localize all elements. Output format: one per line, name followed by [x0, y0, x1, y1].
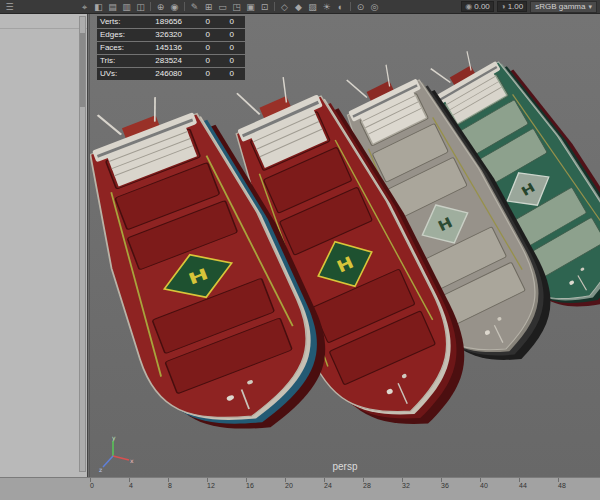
gamma-icon: ◑ — [501, 2, 506, 11]
hud-label: Edges: — [100, 30, 136, 40]
timeline-tick[interactable]: 36 — [441, 478, 480, 500]
lock-camera-icon[interactable]: ◧ — [92, 1, 105, 13]
timeline-tick[interactable]: 4 — [129, 478, 168, 500]
hud-v1: 189656 — [136, 17, 182, 27]
chevron-down-icon: ▾ — [588, 3, 592, 11]
toolbar-separator — [150, 2, 151, 11]
hud-label: UVs: — [100, 69, 136, 79]
scrollbar-thumb[interactable] — [80, 33, 85, 107]
image-plane-icon[interactable]: ◫ — [134, 1, 147, 13]
ruler-ticks: 04812162024283236404448 — [90, 478, 597, 500]
xray-icon[interactable]: ⊙ — [354, 1, 367, 13]
timeline-tick[interactable]: 28 — [363, 478, 402, 500]
hud-v2: 0 — [182, 56, 210, 66]
timeline-tick[interactable]: 12 — [207, 478, 246, 500]
bookmarks-icon[interactable]: ▥ — [120, 1, 133, 13]
ship-mast — [237, 88, 260, 119]
exposure-value: 0.00 — [474, 2, 490, 11]
hud-v2: 0 — [182, 17, 210, 27]
hud-stat-row: Edges:32632000 — [97, 29, 245, 41]
isolate-select-icon[interactable]: ◎ — [368, 1, 381, 13]
camera-attributes-icon[interactable]: ▤ — [106, 1, 119, 13]
exposure-field[interactable]: ◉ 0.00 — [461, 1, 494, 12]
timeline-tick[interactable]: 48 — [558, 478, 597, 500]
field-chart-icon[interactable]: ⊡ — [258, 1, 271, 13]
timeline-tick[interactable]: 20 — [285, 478, 324, 500]
exposure-icon: ◉ — [465, 2, 472, 11]
toolbar-separator — [184, 2, 185, 11]
select-camera-icon[interactable]: ⌖ — [78, 1, 91, 13]
hud-v2: 0 — [182, 43, 210, 53]
timeline-tick[interactable]: 40 — [480, 478, 519, 500]
maya-viewport-window: ☰⌖◧▤▥◫⊕◉✎⊞▭◳▣⊡◇◆▨☀◐⊙◎ ◉ 0.00 ◑ 1.00 sRGB… — [0, 0, 600, 500]
hud-v2: 0 — [182, 30, 210, 40]
main-area: HHHH Verts:18965600Edges:32632000Faces:1… — [0, 14, 600, 477]
hud-stat-row: Faces:14513600 — [97, 42, 245, 54]
hud-v1: 246080 — [136, 69, 182, 79]
poly-count-hud: Verts:18965600Edges:32632000Faces:145136… — [97, 16, 245, 80]
hud-v3: 0 — [210, 30, 234, 40]
grease-pencil-icon[interactable]: ✎ — [188, 1, 201, 13]
hud-label: Tris: — [100, 56, 136, 66]
view-transform-select[interactable]: sRGB gamma ▾ — [530, 1, 597, 13]
toolbar-separator — [350, 2, 351, 11]
toolbar-separator — [274, 2, 275, 11]
hud-label: Verts: — [100, 17, 136, 27]
hud-v1: 283524 — [136, 56, 182, 66]
lighting-icon[interactable]: ☀ — [320, 1, 333, 13]
timeline-tick[interactable]: 16 — [246, 478, 285, 500]
gamma-field[interactable]: ◑ 1.00 — [497, 1, 527, 12]
hud-v1: 326320 — [136, 30, 182, 40]
hud-v3: 0 — [210, 69, 234, 79]
ship-mast — [347, 75, 367, 102]
timeline-tick[interactable]: 32 — [402, 478, 441, 500]
toolbar-right-group: ◉ 0.00 ◑ 1.00 sRGB gamma ▾ — [461, 1, 597, 13]
y-axis-label: y — [112, 435, 116, 442]
viewport-toolbar: ☰⌖◧▤▥◫⊕◉✎⊞▭◳▣⊡◇◆▨☀◐⊙◎ ◉ 0.00 ◑ 1.00 sRGB… — [0, 0, 600, 14]
z-axis-label: z — [99, 466, 102, 473]
timeline-tick[interactable]: 8 — [168, 478, 207, 500]
x-axis — [113, 456, 129, 460]
hud-v3: 0 — [210, 56, 234, 66]
timeline-tick[interactable]: 24 — [324, 478, 363, 500]
resolution-gate-icon[interactable]: ◳ — [230, 1, 243, 13]
gate-mask-icon[interactable]: ▣ — [244, 1, 257, 13]
wireframe-icon[interactable]: ◇ — [278, 1, 291, 13]
camera-label: persp — [332, 461, 357, 472]
toolbar-icon-group: ☰⌖◧▤▥◫⊕◉✎⊞▭◳▣⊡◇◆▨☀◐⊙◎ — [3, 1, 381, 13]
panel-scrollbar[interactable] — [79, 16, 86, 472]
timeline-tick[interactable]: 0 — [90, 478, 129, 500]
ship-mast — [431, 64, 451, 88]
hud-v2: 0 — [182, 69, 210, 79]
x-axis-label: x — [130, 457, 134, 464]
shaded-icon[interactable]: ◆ — [292, 1, 305, 13]
hud-v1: 145136 — [136, 43, 182, 53]
panel-divider — [0, 28, 87, 29]
scene-canvas[interactable]: HHHH — [90, 14, 600, 477]
hud-v3: 0 — [210, 43, 234, 53]
2d-pan-zoom-icon[interactable]: ⊕ — [154, 1, 167, 13]
hud-stat-row: Tris:28352400 — [97, 55, 245, 67]
view-transform-label: sRGB gamma — [535, 2, 585, 11]
viewport-3d[interactable]: HHHH Verts:18965600Edges:32632000Faces:1… — [89, 14, 600, 477]
time-ruler[interactable]: 04812162024283236404448 — [0, 477, 600, 500]
side-panel — [0, 14, 88, 477]
ship-mast — [98, 110, 122, 140]
film-gate-icon[interactable]: ▭ — [216, 1, 229, 13]
gamma-value: 1.00 — [508, 2, 524, 11]
hud-stat-row: Verts:18965600 — [97, 16, 245, 28]
hud-v3: 0 — [210, 17, 234, 27]
oversampling-icon[interactable]: ◉ — [168, 1, 181, 13]
grid-icon[interactable]: ⊞ — [202, 1, 215, 13]
view-axis-gizmo: y x z — [98, 435, 136, 473]
hud-label: Faces: — [100, 43, 136, 53]
z-axis — [103, 456, 113, 467]
panel-menu-icon[interactable]: ☰ — [3, 1, 16, 13]
timeline-tick[interactable]: 44 — [519, 478, 558, 500]
hud-stat-row: UVs:24608000 — [97, 68, 245, 80]
shadows-icon[interactable]: ◐ — [334, 1, 347, 13]
textured-icon[interactable]: ▨ — [306, 1, 319, 13]
